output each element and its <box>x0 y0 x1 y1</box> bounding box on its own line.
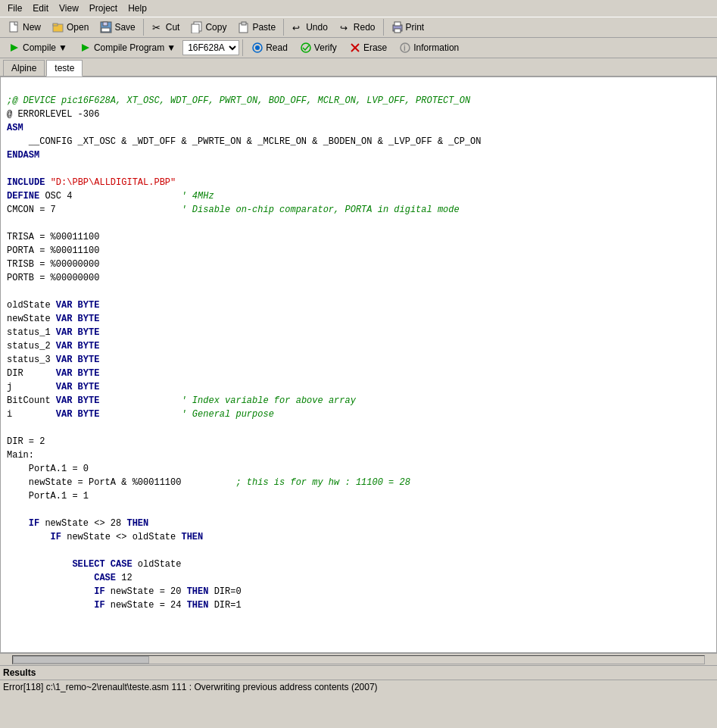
code-editor[interactable]: ;@ DEVICE pic16F628A, XT_OSC, WDT_OFF, P… <box>0 77 717 653</box>
menu-help[interactable]: Help <box>123 2 151 15</box>
line-11: TRISA = %00011100 <box>7 232 99 242</box>
copy-icon <box>191 21 203 33</box>
line-37: IF newState = 20 THEN DIR=0 <box>7 586 242 597</box>
line-9: CMCON = 7 ' Disable on-chip comparator, … <box>7 205 460 215</box>
svg-marker-17 <box>82 44 89 52</box>
menu-file[interactable]: File <box>3 2 26 15</box>
line-35: SELECT CASE oldState <box>7 559 181 570</box>
cut-button[interactable]: ✂ Cut <box>146 19 185 36</box>
paste-button[interactable]: Paste <box>232 19 281 36</box>
separator-4 <box>242 39 243 56</box>
device-select[interactable]: 16F628A <box>182 40 239 55</box>
information-icon: i <box>399 42 411 54</box>
line-29: newState = PortA & %00011100 ; this is f… <box>7 477 410 488</box>
svg-rect-14 <box>394 22 401 26</box>
separator-1 <box>143 19 144 36</box>
svg-rect-15 <box>394 29 401 33</box>
line-18: status_1 VAR BYTE <box>7 327 99 338</box>
paste-icon <box>238 21 250 33</box>
read-icon <box>251 42 263 54</box>
open-icon <box>52 21 64 33</box>
line-1: ;@ DEVICE pic16F628A, XT_OSC, WDT_OFF, P… <box>7 95 470 106</box>
toolbar: New Open Save ✂ Cut Copy Pas <box>0 17 717 38</box>
separator-2 <box>283 19 284 36</box>
status-bar: Error[118] c:\1_remo~2\renault\teste.asm… <box>0 680 717 694</box>
device-selector[interactable]: 16F628A <box>182 40 239 55</box>
redo-icon: ↪ <box>339 21 351 33</box>
hscroll-thumb[interactable] <box>13 656 149 664</box>
menubar: File Edit View Project Help <box>0 0 717 17</box>
line-36: CASE 12 <box>7 573 132 583</box>
line-5: ENDASM <box>7 150 39 161</box>
line-21: DIR VAR BYTE <box>7 368 99 379</box>
redo-button[interactable]: ↪ Redo <box>334 19 381 36</box>
copy-button[interactable]: Copy <box>185 19 232 36</box>
compile-icon <box>8 42 20 54</box>
line-13: TRISB = %00000000 <box>7 259 99 270</box>
svg-rect-4 <box>103 22 108 26</box>
svg-rect-10 <box>242 22 246 25</box>
erase-icon <box>349 42 361 54</box>
cut-icon: ✂ <box>151 21 164 33</box>
svg-rect-5 <box>101 28 110 32</box>
svg-text:✂: ✂ <box>152 22 161 33</box>
line-12: PORTA = %00011100 <box>7 245 99 256</box>
results-bar: Results <box>0 665 717 680</box>
horizontal-scrollbar[interactable] <box>0 653 717 665</box>
print-icon <box>391 21 404 33</box>
compile-program-icon <box>79 42 92 54</box>
menu-project[interactable]: Project <box>85 2 122 15</box>
save-button[interactable]: Save <box>95 19 140 36</box>
compile-program-button[interactable]: Compile Program ▼ <box>74 39 181 56</box>
svg-point-20 <box>301 43 310 52</box>
svg-rect-0 <box>10 22 17 32</box>
erase-button[interactable]: Erase <box>344 39 392 56</box>
tab-alpine[interactable]: Alpine <box>3 60 45 76</box>
line-2: @ ERRORLEVEL -306 <box>7 109 99 120</box>
verify-icon <box>300 42 312 54</box>
open-button[interactable]: Open <box>47 19 94 36</box>
line-38: IF newState = 24 THEN DIR=1 <box>7 600 242 611</box>
line-16: oldState VAR BYTE <box>7 300 99 311</box>
menu-view[interactable]: View <box>55 2 83 15</box>
line-22: j VAR BYTE <box>7 382 99 392</box>
new-icon <box>8 21 20 33</box>
line-17: newState VAR BYTE <box>7 314 99 324</box>
line-26: DIR = 2 <box>7 436 45 447</box>
svg-rect-8 <box>192 24 199 33</box>
svg-text:↪: ↪ <box>340 23 348 33</box>
line-4: __CONFIG _XT_OSC & _WDT_OFF & _PWRTE_ON … <box>7 136 482 147</box>
svg-point-19 <box>255 45 260 50</box>
line-32: IF newState <> 28 THEN <box>7 518 148 529</box>
undo-icon: ↩ <box>291 21 304 33</box>
verify-button[interactable]: Verify <box>295 39 342 56</box>
hscroll-track[interactable] <box>12 655 705 664</box>
line-27: Main: <box>7 450 34 461</box>
information-button[interactable]: i Information <box>394 39 464 56</box>
line-3: ASM <box>7 123 23 133</box>
read-button[interactable]: Read <box>246 39 293 56</box>
undo-button[interactable]: ↩ Undo <box>286 19 333 36</box>
line-14: PORTB = %00000000 <box>7 273 99 283</box>
menu-edit[interactable]: Edit <box>28 2 53 15</box>
new-button[interactable]: New <box>3 19 46 36</box>
svg-text:↩: ↩ <box>292 23 300 33</box>
line-23: BitCount VAR BYTE ' Index variable for a… <box>7 395 356 406</box>
compile-button[interactable]: Compile ▼ <box>3 39 73 56</box>
tab-teste[interactable]: teste <box>46 60 83 77</box>
line-8: DEFINE OSC 4 ' 4MHz <box>7 191 214 202</box>
line-20: status_3 VAR BYTE <box>7 355 99 365</box>
line-19: status_2 VAR BYTE <box>7 341 99 352</box>
line-30: PortA.1 = 1 <box>7 491 89 501</box>
svg-text:i: i <box>404 44 406 52</box>
separator-3 <box>383 19 384 36</box>
svg-marker-16 <box>11 44 18 52</box>
line-7: INCLUDE "D:\PBP\ALLDIGITAL.PBP" <box>7 177 176 188</box>
print-button[interactable]: Print <box>386 19 430 36</box>
svg-rect-2 <box>53 23 58 26</box>
save-icon <box>100 21 112 33</box>
line-28: PortA.1 = 0 <box>7 464 89 474</box>
tabs: Alpine teste <box>0 58 717 77</box>
line-33: IF newState <> oldState THEN <box>7 532 203 542</box>
line-24: i VAR BYTE ' General purpose <box>7 409 274 420</box>
